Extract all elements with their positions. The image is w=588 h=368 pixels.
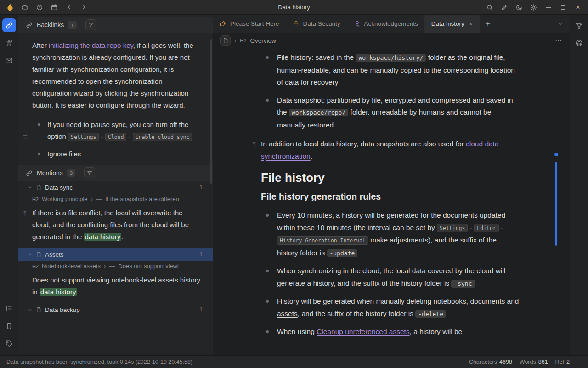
chevron-down-icon[interactable] xyxy=(28,307,33,312)
mentions-filter-button[interactable] xyxy=(84,167,95,178)
inline-code-chip: -sync xyxy=(451,280,475,288)
dock-graph-global-icon[interactable] xyxy=(572,36,586,50)
new-tab-button[interactable]: + xyxy=(480,15,496,33)
mention-group: Data backup 1 xyxy=(18,303,213,316)
forward-icon[interactable] xyxy=(77,2,90,13)
chevron-down-icon[interactable] xyxy=(28,185,33,190)
maximize-button[interactable] xyxy=(557,2,570,13)
link-icon xyxy=(26,22,33,29)
document-stats: Characters4698 Words861 Ref2 xyxy=(469,359,570,365)
inline-code-chip: workspace/history/ xyxy=(356,54,426,62)
doc-bullet-item[interactable]: History will be generated when manually … xyxy=(261,295,519,320)
text-segment: - xyxy=(99,132,105,140)
scrollbar-thumb[interactable] xyxy=(555,162,557,246)
inline-code-chip: History Generation Interval xyxy=(277,236,368,245)
text-segment: File history: saved in the xyxy=(277,53,356,61)
dock-graph-local-icon[interactable] xyxy=(572,18,586,32)
backlink-bullet-item[interactable]: Ignore files xyxy=(32,148,202,160)
stat-value: 4698 xyxy=(499,359,512,365)
heading-level-label: H2 xyxy=(32,196,39,202)
divider-gutter-icon[interactable]: — xyxy=(22,121,28,129)
mention-breadcrumb[interactable]: H2 Working principle › — If the snapshot… xyxy=(18,194,213,204)
doc-bullet-item[interactable]: Every 10 minutes, a history will be gene… xyxy=(261,209,519,259)
paragraph-icon[interactable]: ¶ xyxy=(253,138,256,151)
more-options-icon[interactable]: ⋯ xyxy=(555,36,562,45)
text-segment: When using xyxy=(277,328,317,335)
dock-bookmark-icon[interactable] xyxy=(2,319,16,333)
inline-code-chip: Editor xyxy=(474,224,499,232)
mention-group: Assets 1 H2 Notebook-level assets › — Do… xyxy=(18,248,213,303)
doc-paragraph[interactable]: ¶ In addition to local data history, dat… xyxy=(261,138,519,162)
theme-moon-icon[interactable] xyxy=(513,2,526,13)
dock-graph-icon[interactable] xyxy=(2,36,16,50)
search-icon[interactable] xyxy=(483,2,496,13)
data-history-icon[interactable] xyxy=(33,2,46,13)
group-count: 1 xyxy=(199,251,203,258)
backlink-bullet-item[interactable]: If you need to pause sync, you can turn … xyxy=(32,119,202,143)
tab-data-security[interactable]: Data Security xyxy=(286,15,347,33)
mention-breadcrumb[interactable]: H2 Notebook-level assets › — Does not su… xyxy=(18,261,213,271)
document-icon-button[interactable] xyxy=(220,35,231,46)
group-name: Data sync xyxy=(45,184,73,191)
text-segment: assets xyxy=(277,310,298,317)
dock-inbox-icon[interactable] xyxy=(2,53,16,67)
dock-outline-icon[interactable] xyxy=(2,302,16,316)
titlebar: Data history × xyxy=(0,0,588,15)
doc-bullet-item[interactable]: When synchronizing in the cloud, the loc… xyxy=(261,265,519,290)
app-logo-icon[interactable] xyxy=(4,2,17,13)
back-icon[interactable] xyxy=(62,2,75,13)
doc-bullet-item[interactable]: File history: saved in the workspace/his… xyxy=(261,52,519,89)
panel-scrollbar[interactable] xyxy=(210,39,212,184)
breadcrumb-heading-title[interactable]: Overview xyxy=(250,37,276,44)
group-name: Data backup xyxy=(45,306,80,313)
text-segment: History will be generated when manually … xyxy=(277,297,519,305)
text-segment: In addition to local data history, data … xyxy=(261,140,466,148)
paragraph-icon[interactable]: ¶ xyxy=(23,207,27,219)
inline-ref-link[interactable]: Cleanup unreferenced assets xyxy=(317,328,410,335)
text-segment: - xyxy=(468,224,474,231)
heading-level-label: H2 xyxy=(32,264,39,269)
group-count: 1 xyxy=(199,184,203,190)
mention-result-paragraph[interactable]: Does not support viewing notebook-level … xyxy=(18,271,213,303)
mentions-header: Mentions 3 xyxy=(18,165,213,181)
backlinks-title: Backlinks xyxy=(37,21,64,29)
doc-bullet-item[interactable]: When using Cleanup unreferenced assets, … xyxy=(261,326,519,338)
doc-bullet-item[interactable]: Data snapshot: partitioned by file, encr… xyxy=(261,94,519,132)
document-icon xyxy=(36,307,42,313)
scroll-indicator-dot[interactable] xyxy=(554,153,558,156)
tab-close-icon[interactable]: × xyxy=(469,21,473,27)
app-window: Data history × xyxy=(0,0,588,368)
mention-group-row-assets[interactable]: Assets 1 xyxy=(18,248,213,261)
tab-data-history[interactable]: Data history × xyxy=(425,15,480,33)
text-segment: - xyxy=(126,132,132,140)
settings-gear-icon[interactable] xyxy=(527,2,540,13)
chevron-down-icon[interactable] xyxy=(28,252,33,257)
backlink-result-list-block: — If you need to pause sync, you can tur… xyxy=(18,119,213,160)
inline-ref-link[interactable]: initializing the data repo key xyxy=(49,41,133,49)
mention-group-row-data-sync[interactable]: Data sync 1 xyxy=(18,181,213,194)
tab-please-start-here[interactable]: Please Start Here xyxy=(213,15,286,33)
tab-acknowledgements[interactable]: Acknowledgements xyxy=(347,15,425,33)
document-content[interactable]: File history: saved in the workspace/his… xyxy=(213,48,570,355)
tab-overflow-menu-icon[interactable] xyxy=(551,15,570,33)
dock-backlinks-icon[interactable] xyxy=(2,18,16,32)
mention-group-row-data-backup[interactable]: Data backup 1 xyxy=(18,303,213,316)
list-gutter-icon[interactable] xyxy=(22,134,28,140)
text-segment: cloud xyxy=(476,267,493,275)
main-editor: Please Start Here Data Security Acknowle… xyxy=(213,15,570,355)
mention-result-paragraph[interactable]: ¶ If there is a file conflict, the local… xyxy=(18,204,213,248)
text-segment: , a history will be xyxy=(410,328,463,335)
stat-label: Words xyxy=(520,359,536,365)
doc-heading-1[interactable]: File history xyxy=(261,172,570,184)
dock-tag-icon[interactable] xyxy=(2,337,16,351)
daily-note-icon[interactable] xyxy=(48,2,61,13)
cloud-sync-icon[interactable] xyxy=(18,2,31,13)
doc-heading-2[interactable]: File history generation rules xyxy=(261,190,570,203)
edit-mode-icon[interactable] xyxy=(498,2,511,13)
block-gutter: — xyxy=(22,121,28,140)
minimize-button[interactable] xyxy=(542,2,555,13)
backlink-result-paragraph[interactable]: After initializing the data repo key, if… xyxy=(18,33,213,111)
backlinks-filter-button[interactable] xyxy=(85,19,96,30)
backlinks-panel: Backlinks 7 After initializing the data … xyxy=(18,15,213,355)
close-button[interactable]: × xyxy=(571,2,584,13)
